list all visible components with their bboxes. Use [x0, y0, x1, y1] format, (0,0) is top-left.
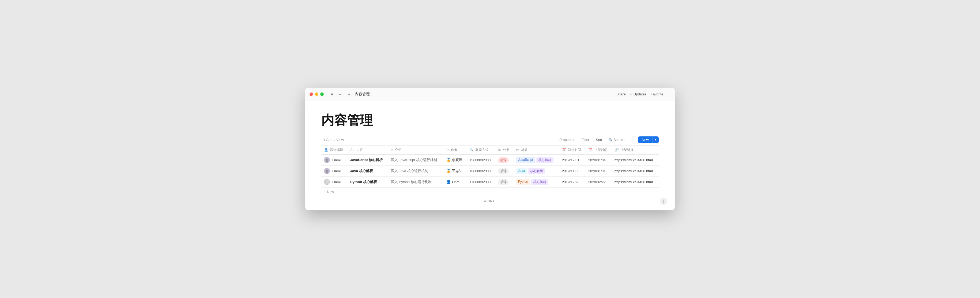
search-col-icon: 🔍 [469, 148, 474, 152]
link-cell[interactable]: https://linmi.cc/4480.html [612, 177, 659, 188]
author-cell: 👤Linmi [444, 177, 467, 188]
label-tag: 核心解析 [531, 179, 548, 185]
new-button-group: New ▾ [638, 136, 659, 143]
col-intro[interactable]: ≡ 介绍 [388, 145, 444, 155]
toolbar-right: Properties Filter Sort 🔍 Search ··· New … [557, 136, 659, 143]
close-button[interactable] [310, 92, 313, 96]
label-tag: Java [516, 168, 527, 174]
content-cell: Python 核心解析 [348, 177, 388, 188]
intro-cell: 深入 Java 核心运行机制 [388, 166, 444, 177]
maximize-button[interactable] [320, 92, 324, 96]
check-icon: ✓ [630, 92, 633, 96]
label-tag: 核心解析 [528, 168, 545, 174]
col-content[interactable]: Aa 内容 [348, 145, 388, 155]
person-icon: 👤 [324, 148, 328, 152]
author-emoji: 👤 [446, 180, 451, 184]
author-name: 王志知 [452, 169, 463, 174]
traffic-lights [310, 92, 324, 96]
author-emoji: 🥇 [446, 158, 451, 163]
category-tag: 前端 [498, 157, 509, 163]
forward-button[interactable]: → [345, 91, 353, 98]
new-button[interactable]: New [638, 136, 652, 143]
publish-time-cell: 2020/02/22 [585, 177, 612, 188]
table-wrapper: 👤 跟进编辑 Aa 内容 ≡ 介绍 ↗ 作者 [321, 145, 659, 205]
link-cell[interactable]: https://linmi.cc/4480.html [612, 155, 659, 166]
category-tag: 后端 [498, 168, 509, 174]
table-row[interactable]: LinmiJavaScript 核心解析深入 JavaScript 核心运行机制… [321, 155, 659, 166]
col-publish-time[interactable]: 📅 上架时间 [585, 145, 612, 155]
back-button[interactable]: ← [337, 91, 344, 98]
share-button[interactable]: Share [616, 92, 626, 96]
add-row-button[interactable]: + New [321, 188, 659, 196]
circle-icon: ◎ [498, 148, 501, 152]
table-body: LinmiJavaScript 核心解析深入 JavaScript 核心运行机制… [321, 155, 659, 188]
properties-button[interactable]: Properties [557, 137, 577, 143]
label-tag: JavaScript [516, 157, 535, 163]
help-button[interactable]: ? [660, 198, 667, 205]
avatar [324, 168, 330, 174]
list-icon: ≡ [391, 148, 393, 152]
minimize-button[interactable] [315, 92, 318, 96]
col-editor[interactable]: 👤 跟进编辑 [321, 145, 348, 155]
contact-cell: 17600002333 [467, 177, 495, 188]
publish-time-cell: 2020/01/31 [585, 166, 612, 177]
list2-icon: ≔ [516, 148, 519, 152]
content-cell: JavaScript 核心解析 [348, 155, 388, 166]
col-tags[interactable]: ≔ 标签 [513, 145, 559, 155]
category-cell: 后端 [495, 177, 513, 188]
sort-button[interactable]: Sort [593, 137, 605, 143]
toolbar: + Add a View Properties Filter Sort 🔍 Se… [321, 136, 659, 143]
intro-cell: 深入 JavaScript 核心运行机制 [388, 155, 444, 166]
link-cell[interactable]: https://linmi.cc/4480.html [612, 166, 659, 177]
svg-point-2 [326, 170, 328, 171]
table-row[interactable]: LinmiPython 核心解析深入 Python 核心运行机制👤Linmi17… [321, 177, 659, 188]
contact-cell: 16600002333 [467, 166, 495, 177]
category-cell: 后端 [495, 166, 513, 177]
label-tag: Python [516, 179, 530, 185]
col-category[interactable]: ◎ 分类 [495, 145, 513, 155]
filter-button[interactable]: Filter [579, 137, 592, 143]
col-link[interactable]: 🔗 上架链接 [612, 145, 659, 155]
add-view-button[interactable]: + Add a View [321, 137, 346, 143]
calendar-icon: 📅 [562, 148, 566, 152]
col-follow-time[interactable]: 📅 跟进时间 [559, 145, 585, 155]
category-tag: 后端 [498, 179, 509, 185]
category-cell: 前端 [495, 155, 513, 166]
avatar [324, 179, 330, 185]
follow-time-cell: 2019/11/06 [559, 166, 585, 177]
author-cell: 🥇王志知 [444, 166, 467, 177]
titlebar-nav: ≡ ← → 内容管理 [328, 91, 370, 98]
search-button[interactable]: 🔍 Search [606, 137, 627, 143]
intro-cell: 深入 Python 核心运行机制 [388, 177, 444, 188]
table-row[interactable]: LinmiJava 核心解析深入 Java 核心运行机制🥇王志知16600002… [321, 166, 659, 177]
author-name: Linmi [452, 180, 460, 184]
col-author[interactable]: ↗ 作者 [444, 145, 467, 155]
publish-time-cell: 2020/01/04 [585, 155, 612, 166]
count-bar: COUNT 3 [321, 196, 659, 205]
page-title: 内容管理 [321, 112, 659, 129]
toolbar-more-button[interactable]: ··· [629, 137, 636, 143]
new-button-chevron[interactable]: ▾ [653, 137, 659, 143]
more-button[interactable]: ··· [668, 92, 670, 96]
favorite-button[interactable]: Favorite [651, 92, 663, 96]
main-content: 内容管理 + Add a View Properties Filter Sort… [305, 101, 675, 210]
svg-line-6 [327, 182, 328, 183]
author-emoji: 🥇 [446, 169, 451, 174]
svg-point-1 [326, 161, 328, 162]
content-cell: Java 核心解析 [348, 166, 388, 177]
app-window: ≡ ← → 内容管理 Share ✓ Updates Favorite ··· … [305, 88, 675, 210]
editor-cell: Linmi [321, 166, 348, 177]
editor-name: Linmi [332, 180, 340, 184]
editor-name: Linmi [332, 169, 340, 173]
text-icon: Aa [350, 148, 355, 152]
svg-point-0 [326, 159, 328, 160]
titlebar-actions: Share ✓ Updates Favorite ··· [616, 92, 670, 96]
updates-button[interactable]: ✓ Updates [630, 92, 646, 96]
follow-time-cell: 2019/12/01 [559, 155, 585, 166]
calendar2-icon: 📅 [588, 148, 593, 152]
author-cell: 🥇李夏晔 [444, 155, 467, 166]
titlebar-title: 内容管理 [355, 92, 370, 97]
tags-cell: Python核心解析 [513, 177, 559, 188]
col-contact[interactable]: 🔍 联系方式 [467, 145, 495, 155]
menu-icon[interactable]: ≡ [328, 91, 336, 98]
